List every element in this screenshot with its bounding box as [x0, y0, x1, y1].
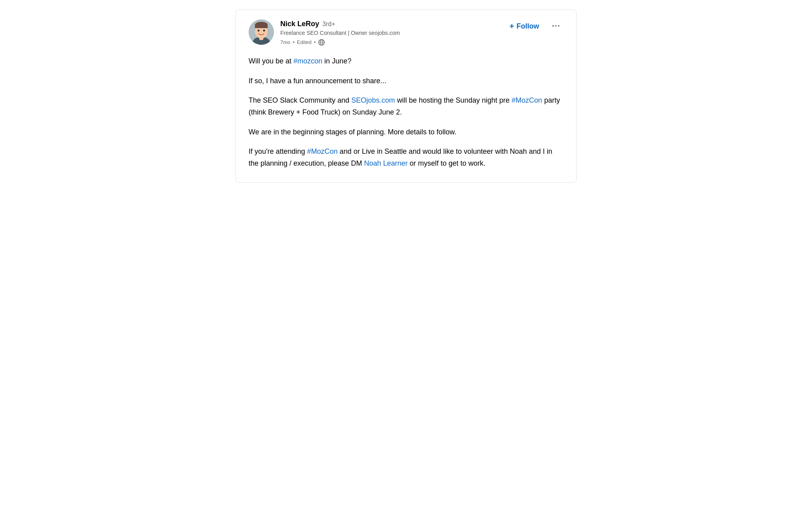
post-edited: Edited: [297, 39, 312, 45]
post-header: Nick LeRoy 3rd+ Freelance SEO Consultant…: [249, 19, 563, 46]
follow-plus-icon: +: [509, 22, 514, 31]
post-body: Will you be at #mozcon in June? If so, I…: [249, 55, 563, 170]
dot-separator-1: •: [293, 39, 295, 45]
line1-after: in June?: [322, 57, 351, 65]
line3-after: will be hosting the Sunday night pre: [395, 96, 511, 104]
hashtag-mozcon-3[interactable]: #MozCon: [307, 147, 338, 155]
more-options-button[interactable]: ···: [549, 19, 563, 33]
dot-separator-2: •: [314, 39, 316, 45]
post-header-left: Nick LeRoy 3rd+ Freelance SEO Consultant…: [249, 19, 400, 46]
author-name-row: Nick LeRoy 3rd+: [280, 19, 400, 29]
author-degree: 3rd+: [322, 21, 335, 28]
svg-rect-5: [255, 24, 268, 28]
line3-before: The SEO Slack Community and: [249, 96, 351, 104]
line1-before: Will you be at: [249, 57, 293, 65]
noah-learner-link[interactable]: Noah Learner: [364, 159, 408, 167]
follow-label: Follow: [517, 22, 539, 31]
hashtag-mozcon-2[interactable]: #MozCon: [511, 96, 542, 104]
more-dots: ···: [552, 21, 560, 31]
post-meta: 7mo • Edited •: [280, 39, 400, 46]
follow-button[interactable]: + Follow: [506, 20, 542, 32]
post-paragraph-4: We are in the beginning stages of planni…: [249, 126, 563, 138]
post-actions: + Follow ···: [506, 19, 563, 33]
line5-after: or myself to get to work.: [408, 159, 485, 167]
svg-point-7: [263, 30, 265, 32]
post-paragraph-5: If you're attending #MozCon and or Live …: [249, 146, 563, 169]
svg-point-6: [258, 30, 260, 32]
post-time: 7mo: [280, 39, 290, 45]
post-paragraph-2: If so, I have a fun announcement to shar…: [249, 75, 563, 87]
line5-before: If you're attending: [249, 147, 307, 155]
globe-icon: [318, 39, 325, 46]
author-title[interactable]: Freelance SEO Consultant | Owner seojobs…: [280, 29, 400, 37]
author-info: Nick LeRoy 3rd+ Freelance SEO Consultant…: [280, 19, 400, 46]
hashtag-mozcon-1[interactable]: #mozcon: [293, 57, 322, 65]
author-name[interactable]: Nick LeRoy: [280, 19, 319, 29]
post-card: Nick LeRoy 3rd+ Freelance SEO Consultant…: [236, 10, 576, 183]
avatar[interactable]: [249, 19, 274, 45]
seojobs-link[interactable]: SEOjobs.com: [351, 96, 395, 104]
post-paragraph-3: The SEO Slack Community and SEOjobs.com …: [249, 95, 563, 118]
post-paragraph-1: Will you be at #mozcon in June?: [249, 55, 563, 67]
